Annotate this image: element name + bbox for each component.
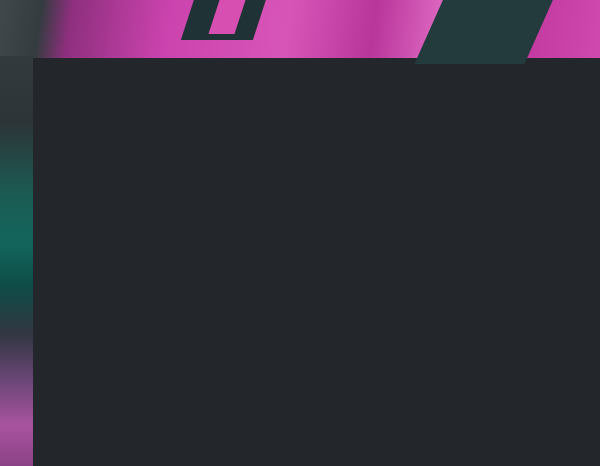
wallpaper-right	[577, 0, 600, 466]
wallpaper	[0, 0, 600, 466]
wallpaper-left	[0, 56, 33, 466]
